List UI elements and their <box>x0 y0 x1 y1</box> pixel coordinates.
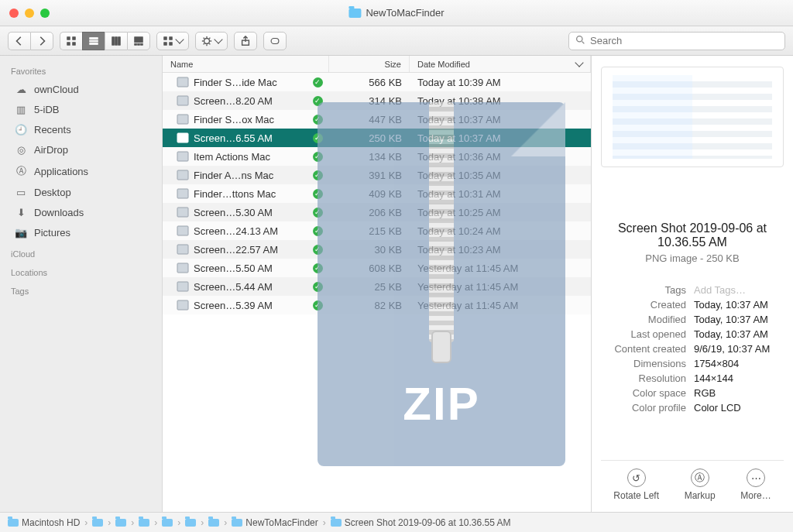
zoom-window-button[interactable] <box>40 9 50 18</box>
icon-view-button[interactable] <box>60 32 82 50</box>
forward-button[interactable] <box>30 32 53 50</box>
sync-ok-icon: ✓ <box>313 226 323 236</box>
sidebar-item-5-idb[interactable]: ▥5-iDB <box>3 100 159 119</box>
minimize-window-button[interactable] <box>25 9 34 18</box>
path-segment[interactable]: Screen Shot 2019-09-06 at 10.36.55 AM <box>331 517 511 528</box>
column-header[interactable]: Name Size Date Modified <box>163 56 591 73</box>
path-segment[interactable] <box>208 519 219 527</box>
meta-value: 9/6/19, 10:37 AM <box>694 343 784 355</box>
file-icon <box>163 132 194 143</box>
file-size: 25 KB <box>329 281 410 293</box>
markup-button[interactable]: Ⓐ Markup <box>685 469 716 501</box>
sidebar-item-recents[interactable]: 🕘Recents <box>3 120 159 139</box>
file-row[interactable]: Screen…5.30 AM✓206 KBToday at 10:25 AM <box>163 203 591 221</box>
sync-ok-icon: ✓ <box>313 300 323 311</box>
rotate-left-button[interactable]: ↺ Rotate Left <box>613 469 659 501</box>
file-row[interactable]: Screen…5.50 AM✓608 KBYesterday at 11:45 … <box>163 259 591 277</box>
path-segment[interactable] <box>162 519 173 527</box>
search-field[interactable] <box>568 32 785 50</box>
path-segment[interactable]: NewToMacFinder <box>232 517 318 528</box>
path-segment[interactable] <box>115 519 126 527</box>
toolbar <box>0 26 793 56</box>
file-date: Today at 10:39 AM <box>410 77 591 88</box>
svg-rect-20 <box>271 38 279 43</box>
sidebar-item-applications[interactable]: ⒶApplications <box>3 160 159 182</box>
sidebar-item-airdrop[interactable]: ◎AirDrop <box>3 140 159 160</box>
file-date: Yesterday at 11:45 AM <box>410 263 591 274</box>
svg-rect-14 <box>164 36 167 39</box>
meta-value: Today, 10:37 AM <box>694 314 784 325</box>
preview-thumbnail <box>601 67 784 167</box>
sync-ok-icon: ✓ <box>313 263 323 273</box>
download-icon: ⬇︎ <box>14 207 28 218</box>
file-date: Today at 10:35 AM <box>410 170 591 181</box>
sidebar-section-locations: Locations <box>0 262 162 280</box>
list-view-button[interactable] <box>82 32 105 50</box>
sync-ok-icon: ✓ <box>313 152 323 162</box>
more-button[interactable]: ⋯ More… <box>740 469 771 501</box>
clock-icon: 🕘 <box>14 124 28 136</box>
file-date: Today at 10:36 AM <box>410 151 591 163</box>
file-name: Item Actions Mac <box>194 151 306 163</box>
svg-rect-26 <box>177 152 188 161</box>
meta-value: RGB <box>694 387 784 399</box>
gallery-view-button[interactable] <box>127 32 150 50</box>
file-row[interactable]: Screen…5.39 AM✓82 KBYesterday at 11:45 A… <box>163 296 591 314</box>
sidebar-item-owncloud[interactable]: ☁︎ownCloud <box>3 80 159 99</box>
column-name[interactable]: Name <box>163 56 329 72</box>
file-size: 409 KB <box>329 188 410 200</box>
file-date: Today at 10:25 AM <box>410 207 591 218</box>
search-icon <box>575 35 585 47</box>
file-name: Screen…5.30 AM <box>194 207 306 218</box>
svg-rect-3 <box>73 42 76 45</box>
column-date[interactable]: Date Modified <box>410 56 591 72</box>
action-button[interactable] <box>195 32 228 50</box>
file-row[interactable]: Screen…24.13 AM✓215 KBToday at 10:24 AM <box>163 221 591 240</box>
file-size: 250 KB <box>329 132 410 144</box>
path-segment[interactable] <box>185 519 196 527</box>
column-size[interactable]: Size <box>329 56 410 72</box>
svg-rect-7 <box>112 36 115 45</box>
search-input[interactable] <box>590 35 778 46</box>
share-button[interactable] <box>234 32 257 50</box>
sidebar-item-desktop[interactable]: ▭Desktop <box>3 183 159 202</box>
back-button[interactable] <box>8 32 30 50</box>
tags-button[interactable] <box>263 32 287 50</box>
file-row[interactable]: Screen…6.55 AM✓250 KBToday at 10:37 AM <box>163 129 591 147</box>
file-icon <box>163 170 194 180</box>
preview-subtitle: PNG image - 250 KB <box>601 252 784 264</box>
file-row[interactable]: Screen…22.57 AM✓30 KBToday at 10:23 AM <box>163 240 591 259</box>
file-date: Today at 10:38 AM <box>410 95 591 107</box>
meta-key: Resolution <box>601 372 686 384</box>
window-title: NewToMacFinder <box>348 7 444 19</box>
file-row[interactable]: Item Actions Mac✓134 KBToday at 10:36 AM <box>163 147 591 166</box>
arrange-button[interactable] <box>156 32 189 50</box>
file-row[interactable]: Finder S…ox Mac✓447 KBToday at 10:37 AM <box>163 110 591 129</box>
meta-key: Modified <box>601 314 686 325</box>
folder-icon <box>139 519 149 527</box>
file-row[interactable]: Screen…8.20 AM✓314 KBToday at 10:38 AM <box>163 91 591 110</box>
file-icon <box>163 300 194 311</box>
sidebar-item-downloads[interactable]: ⬇︎Downloads <box>3 203 159 222</box>
file-name: Screen…8.20 AM <box>194 95 306 107</box>
close-window-button[interactable] <box>9 9 19 18</box>
file-icon <box>163 95 194 106</box>
file-row[interactable]: Finder S…ide Mac✓566 KBToday at 10:39 AM <box>163 73 591 91</box>
path-segment[interactable] <box>139 519 149 527</box>
path-bar[interactable]: Macintosh HD›››››››NewToMacFinder›Screen… <box>0 512 793 532</box>
svg-rect-34 <box>177 300 188 310</box>
nav-buttons <box>8 32 53 50</box>
svg-rect-25 <box>177 133 188 142</box>
file-size: 206 KB <box>329 207 410 218</box>
path-segment[interactable]: Macintosh HD <box>8 517 80 528</box>
file-row[interactable]: Finder…ttons Mac✓409 KBToday at 10:31 AM <box>163 184 591 203</box>
add-tags-field[interactable]: Add Tags… <box>694 284 784 296</box>
sidebar-item-pictures[interactable]: 📷Pictures <box>3 223 159 242</box>
column-view-button[interactable] <box>105 32 127 50</box>
view-mode-buttons <box>60 32 150 50</box>
path-segment[interactable] <box>92 519 103 527</box>
file-icon <box>163 263 194 273</box>
file-row[interactable]: Finder A…ns Mac✓391 KBToday at 10:35 AM <box>163 166 591 184</box>
file-row[interactable]: Screen…5.44 AM✓25 KBYesterday at 11:45 A… <box>163 277 591 296</box>
folder-icon <box>185 519 196 527</box>
